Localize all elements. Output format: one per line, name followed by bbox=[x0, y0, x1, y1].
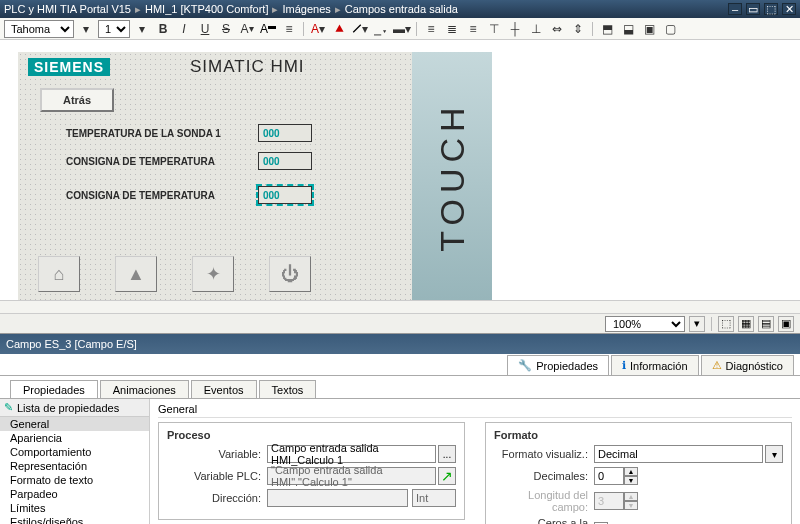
line-color-button[interactable]: ▾ bbox=[351, 20, 369, 38]
shadow-button[interactable]: ▬▾ bbox=[393, 20, 411, 38]
goto-button[interactable]: ↗ bbox=[438, 467, 456, 485]
dropdown-icon[interactable]: ▾ bbox=[765, 445, 783, 463]
font-dialog-button[interactable]: A▾ bbox=[238, 20, 256, 38]
spinner-up-disabled: ▲ bbox=[624, 492, 638, 501]
breadcrumb-seg: HMI_1 [KTP400 Comfort] bbox=[145, 3, 269, 15]
window-close-button[interactable]: ✕ bbox=[782, 3, 796, 15]
tab-diagnostics[interactable]: ⚠Diagnóstico bbox=[701, 355, 794, 375]
tab-properties[interactable]: 🔧Propiedades bbox=[507, 355, 609, 375]
chevron-right-icon: ▸ bbox=[335, 3, 341, 16]
nav-globe-button[interactable]: ✦ bbox=[192, 256, 234, 292]
layers-icon[interactable]: ▤ bbox=[758, 316, 774, 332]
font-select[interactable]: Tahoma bbox=[4, 20, 74, 38]
distribute-h-button[interactable]: ⇔ bbox=[548, 20, 566, 38]
strike-button[interactable]: S bbox=[217, 20, 235, 38]
bring-front-button[interactable]: ⬒ bbox=[598, 20, 616, 38]
touch-strip: TOUCH bbox=[412, 52, 492, 300]
input-variable[interactable]: Campo entrada salida HMI_Calculo 1 bbox=[267, 445, 436, 463]
browse-variable-button[interactable]: ... bbox=[438, 445, 456, 463]
sidebar-header: ✎ Lista de propiedades bbox=[0, 399, 149, 417]
tab-information[interactable]: ℹInformación bbox=[611, 355, 698, 375]
io-field-selected[interactable]: 000 bbox=[258, 186, 312, 204]
hmi-row[interactable]: CONSIGNA DE TEMPERATURA 000 bbox=[66, 186, 312, 204]
hmi-label: TEMPERATURA DE LA SONDA 1 bbox=[66, 128, 246, 139]
hmi-screen[interactable]: SIEMENS SIMATIC HMI Atrás TEMPERATURA DE… bbox=[18, 52, 412, 300]
hmi-row[interactable]: TEMPERATURA DE LA SONDA 1 000 bbox=[66, 124, 312, 142]
window-expand-button[interactable]: ⬚ bbox=[764, 3, 778, 15]
align-right-button[interactable]: ≡ bbox=[464, 20, 482, 38]
subtab-properties[interactable]: Propiedades bbox=[10, 380, 98, 398]
font-select-drop[interactable]: ▾ bbox=[77, 20, 95, 38]
grid-icon[interactable]: ▦ bbox=[738, 316, 754, 332]
properties-header: Campo ES_3 [Campo E/S] bbox=[0, 334, 800, 354]
selected-object-title: Campo ES_3 [Campo E/S] bbox=[6, 338, 137, 350]
window-minimize-button[interactable]: – bbox=[728, 3, 742, 15]
italic-button[interactable]: I bbox=[175, 20, 193, 38]
subtab-animations[interactable]: Animaciones bbox=[100, 380, 189, 398]
hmi-row[interactable]: CONSIGNA DE TEMPERATURA 000 bbox=[66, 152, 312, 170]
nav-home-button[interactable]: ⌂ bbox=[38, 256, 80, 292]
bold-button[interactable]: B bbox=[154, 20, 172, 38]
select-formato-vis[interactable]: Decimal bbox=[594, 445, 763, 463]
hmi-label: CONSIGNA DE TEMPERATURA bbox=[66, 190, 246, 201]
zoom-fit-icon[interactable]: ⬚ bbox=[718, 316, 734, 332]
input-variable-plc[interactable]: "Campo entrada salida HMI"."Calculo 1" bbox=[267, 467, 436, 485]
sidebar-item-parpadeo[interactable]: Parpadeo bbox=[0, 487, 149, 501]
zoom-bar: 100% ▾ ⬚ ▦ ▤ ▣ bbox=[0, 313, 800, 333]
nav-up-button[interactable]: ▲ bbox=[115, 256, 157, 292]
subtab-events[interactable]: Eventos bbox=[191, 380, 257, 398]
sidebar-item-comportamiento[interactable]: Comportamiento bbox=[0, 445, 149, 459]
title-bar: PLC y HMI TIA Portal V15 ▸ HMI_1 [KTP400… bbox=[0, 0, 800, 18]
hmi-title: SIMATIC HMI bbox=[190, 57, 305, 77]
subtab-texts[interactable]: Textos bbox=[259, 380, 317, 398]
text-align-button[interactable]: ≡ bbox=[280, 20, 298, 38]
line-style-button[interactable]: ⎯▾ bbox=[372, 20, 390, 38]
send-back-button[interactable]: ⬓ bbox=[619, 20, 637, 38]
properties-body: ✎ Lista de propiedades General Aparienci… bbox=[0, 398, 800, 524]
chevron-right-icon: ▸ bbox=[272, 3, 278, 16]
align-left-button[interactable]: ≡ bbox=[422, 20, 440, 38]
hmi-device-preview: SIEMENS SIMATIC HMI Atrás TEMPERATURA DE… bbox=[18, 52, 492, 300]
sidebar-item-estilos[interactable]: Estilos/diseños bbox=[0, 515, 149, 524]
align-middle-button[interactable]: ┼ bbox=[506, 20, 524, 38]
nav-power-button[interactable]: ⏻ bbox=[269, 256, 311, 292]
font-size-select[interactable]: 13 bbox=[98, 20, 130, 38]
spinner-down-button[interactable]: ▼ bbox=[624, 476, 638, 485]
distribute-v-button[interactable]: ⇕ bbox=[569, 20, 587, 38]
canvas-viewport[interactable]: SIEMENS SIMATIC HMI Atrás TEMPERATURA DE… bbox=[0, 40, 800, 301]
input-direccion-type: Int bbox=[412, 489, 456, 507]
back-button[interactable]: Atrás bbox=[40, 88, 114, 112]
group-button[interactable]: ▣ bbox=[640, 20, 658, 38]
spinner-up-button[interactable]: ▲ bbox=[624, 467, 638, 476]
zoom-drop-icon[interactable]: ▾ bbox=[689, 316, 705, 332]
hmi-label: CONSIGNA DE TEMPERATURA bbox=[66, 156, 246, 167]
align-bottom-button[interactable]: ⊥ bbox=[527, 20, 545, 38]
io-field[interactable]: 000 bbox=[258, 152, 312, 170]
label-variable: Variable: bbox=[167, 448, 267, 460]
ungroup-button[interactable]: ▢ bbox=[661, 20, 679, 38]
input-decimales[interactable]: 0 bbox=[594, 467, 624, 485]
label-variable-plc: Variable PLC: bbox=[167, 470, 267, 482]
breadcrumb-seg: Campos entrada salida bbox=[345, 3, 458, 15]
text-color-button[interactable]: A bbox=[259, 20, 277, 38]
label-formato-vis: Formato visualiz.: bbox=[494, 448, 594, 460]
fieldset-proceso: Proceso Variable: Campo entrada salida H… bbox=[158, 422, 465, 520]
sidebar-item-apariencia[interactable]: Apariencia bbox=[0, 431, 149, 445]
sidebar-item-representacion[interactable]: Representación bbox=[0, 459, 149, 473]
info-icon: ℹ bbox=[622, 359, 626, 372]
siemens-logo: SIEMENS bbox=[28, 58, 110, 76]
fill-color-button[interactable] bbox=[330, 20, 348, 38]
io-field[interactable]: 000 bbox=[258, 124, 312, 142]
font-color-button[interactable]: A▾ bbox=[309, 20, 327, 38]
expand-icon[interactable]: ▣ bbox=[778, 316, 794, 332]
window-maximize-button[interactable]: ▭ bbox=[746, 3, 760, 15]
breadcrumb-seg: PLC y HMI TIA Portal V15 bbox=[4, 3, 131, 15]
sidebar-item-formato-texto[interactable]: Formato de texto bbox=[0, 473, 149, 487]
sidebar-item-general[interactable]: General bbox=[0, 417, 149, 431]
zoom-select[interactable]: 100% bbox=[605, 316, 685, 332]
font-size-drop[interactable]: ▾ bbox=[133, 20, 151, 38]
sidebar-item-limites[interactable]: Límites bbox=[0, 501, 149, 515]
underline-button[interactable]: U bbox=[196, 20, 214, 38]
align-top-button[interactable]: ⊤ bbox=[485, 20, 503, 38]
align-center-button[interactable]: ≣ bbox=[443, 20, 461, 38]
